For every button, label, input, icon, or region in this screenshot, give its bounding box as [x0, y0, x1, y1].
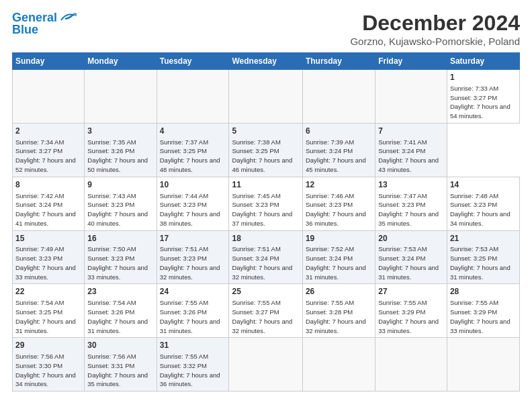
- day-number: 31: [160, 340, 226, 351]
- header-friday: Friday: [375, 53, 447, 70]
- day-number: 2: [15, 126, 81, 137]
- day-info: Sunrise: 7:51 AMSunset: 3:23 PMDaylight:…: [160, 244, 226, 281]
- day-number: 17: [160, 233, 226, 244]
- calendar-cell: 22Sunrise: 7:54 AMSunset: 3:25 PMDayligh…: [13, 284, 85, 338]
- calendar-cell: 17Sunrise: 7:51 AMSunset: 3:23 PMDayligh…: [157, 230, 229, 284]
- calendar-cell: 30Sunrise: 7:56 AMSunset: 3:31 PMDayligh…: [85, 338, 157, 392]
- day-info: Sunrise: 7:50 AMSunset: 3:23 PMDaylight:…: [87, 244, 153, 281]
- subtitle: Gorzno, Kujawsko-Pomorskie, Poland: [350, 36, 520, 47]
- calendar-cell: [229, 70, 302, 124]
- calendar-week-row: 29Sunrise: 7:56 AMSunset: 3:30 PMDayligh…: [13, 338, 520, 392]
- day-info: Sunrise: 7:53 AMSunset: 3:24 PMDaylight:…: [378, 244, 444, 281]
- calendar-cell: 7Sunrise: 7:41 AMSunset: 3:24 PMDaylight…: [375, 123, 447, 177]
- calendar-cell: [85, 70, 157, 124]
- calendar-cell: [302, 70, 375, 124]
- day-number: 25: [232, 286, 299, 298]
- calendar-cell: 26Sunrise: 7:55 AMSunset: 3:28 PMDayligh…: [302, 284, 375, 338]
- calendar-cell: 24Sunrise: 7:55 AMSunset: 3:26 PMDayligh…: [157, 284, 229, 338]
- calendar-cell: 8Sunrise: 7:42 AMSunset: 3:24 PMDaylight…: [13, 177, 85, 230]
- title-block: December 2024 Gorzno, Kujawsko-Pomorskie…: [350, 11, 520, 47]
- calendar-cell: 6Sunrise: 7:39 AMSunset: 3:24 PMDaylight…: [302, 123, 375, 177]
- calendar-cell: 31Sunrise: 7:55 AMSunset: 3:32 PMDayligh…: [157, 338, 229, 392]
- calendar-cell: [13, 70, 85, 124]
- day-info: Sunrise: 7:56 AMSunset: 3:31 PMDaylight:…: [87, 352, 153, 389]
- logo: General Blue: [12, 11, 77, 37]
- day-info: Sunrise: 7:48 AMSunset: 3:23 PMDaylight:…: [450, 191, 517, 228]
- calendar-week-row: 2Sunrise: 7:34 AMSunset: 3:27 PMDaylight…: [13, 123, 520, 177]
- day-number: 8: [15, 179, 81, 191]
- day-info: Sunrise: 7:47 AMSunset: 3:23 PMDaylight:…: [378, 191, 444, 228]
- day-number: 13: [378, 179, 444, 191]
- calendar-cell: 1Sunrise: 7:33 AMSunset: 3:27 PMDaylight…: [447, 70, 519, 124]
- day-number: 20: [378, 233, 444, 244]
- day-number: 12: [306, 179, 372, 191]
- calendar-week-row: 22Sunrise: 7:54 AMSunset: 3:25 PMDayligh…: [13, 284, 520, 338]
- day-number: 24: [160, 286, 226, 298]
- page: General Blue December 2024 Gorzno, Kujaw…: [0, 0, 532, 411]
- day-number: 16: [87, 233, 153, 244]
- day-info: Sunrise: 7:52 AMSunset: 3:24 PMDaylight:…: [306, 244, 372, 281]
- day-info: Sunrise: 7:53 AMSunset: 3:25 PMDaylight:…: [450, 244, 517, 281]
- calendar-cell: 4Sunrise: 7:37 AMSunset: 3:25 PMDaylight…: [157, 123, 229, 177]
- header-saturday: Saturday: [447, 53, 519, 70]
- day-number: 26: [306, 286, 372, 298]
- day-number: 3: [87, 126, 153, 137]
- calendar-cell: 20Sunrise: 7:53 AMSunset: 3:24 PMDayligh…: [375, 230, 447, 284]
- calendar-cell: [447, 338, 519, 392]
- day-info: Sunrise: 7:46 AMSunset: 3:23 PMDaylight:…: [306, 191, 372, 228]
- day-number: 21: [450, 233, 517, 244]
- calendar-week-row: 1Sunrise: 7:33 AMSunset: 3:27 PMDaylight…: [13, 70, 520, 124]
- day-info: Sunrise: 7:43 AMSunset: 3:23 PMDaylight:…: [87, 191, 153, 228]
- day-number: 14: [450, 179, 517, 191]
- calendar-cell: 23Sunrise: 7:54 AMSunset: 3:26 PMDayligh…: [85, 284, 157, 338]
- calendar-cell: 13Sunrise: 7:47 AMSunset: 3:23 PMDayligh…: [375, 177, 447, 230]
- day-info: Sunrise: 7:55 AMSunset: 3:29 PMDaylight:…: [378, 298, 444, 335]
- day-info: Sunrise: 7:49 AMSunset: 3:23 PMDaylight:…: [15, 244, 81, 281]
- header-tuesday: Tuesday: [157, 53, 229, 70]
- day-number: 10: [160, 179, 226, 191]
- header-monday: Monday: [85, 53, 157, 70]
- day-number: 11: [232, 179, 299, 191]
- calendar-week-row: 15Sunrise: 7:49 AMSunset: 3:23 PMDayligh…: [13, 230, 520, 284]
- day-number: 18: [232, 233, 299, 244]
- calendar-cell: 25Sunrise: 7:55 AMSunset: 3:27 PMDayligh…: [229, 284, 302, 338]
- calendar-cell: 11Sunrise: 7:45 AMSunset: 3:23 PMDayligh…: [229, 177, 302, 230]
- logo-bird-icon: [58, 11, 77, 26]
- day-info: Sunrise: 7:37 AMSunset: 3:25 PMDaylight:…: [160, 138, 226, 175]
- day-number: 1: [450, 72, 517, 83]
- day-info: Sunrise: 7:55 AMSunset: 3:28 PMDaylight:…: [306, 298, 372, 335]
- calendar-cell: 15Sunrise: 7:49 AMSunset: 3:23 PMDayligh…: [13, 230, 85, 284]
- day-info: Sunrise: 7:44 AMSunset: 3:23 PMDaylight:…: [160, 191, 226, 228]
- day-info: Sunrise: 7:51 AMSunset: 3:24 PMDaylight:…: [232, 244, 299, 281]
- calendar-cell: 28Sunrise: 7:55 AMSunset: 3:29 PMDayligh…: [447, 284, 519, 338]
- day-info: Sunrise: 7:54 AMSunset: 3:26 PMDaylight:…: [87, 298, 153, 335]
- calendar-cell: 16Sunrise: 7:50 AMSunset: 3:23 PMDayligh…: [85, 230, 157, 284]
- day-number: 4: [160, 126, 226, 137]
- calendar-cell: 21Sunrise: 7:53 AMSunset: 3:25 PMDayligh…: [447, 230, 519, 284]
- day-number: 5: [232, 126, 299, 137]
- calendar-cell: [375, 70, 447, 124]
- header: General Blue December 2024 Gorzno, Kujaw…: [12, 11, 520, 47]
- calendar-cell: [157, 70, 229, 124]
- day-number: 29: [15, 340, 81, 351]
- calendar-week-row: 8Sunrise: 7:42 AMSunset: 3:24 PMDaylight…: [13, 177, 520, 230]
- day-info: Sunrise: 7:41 AMSunset: 3:24 PMDaylight:…: [378, 138, 444, 175]
- day-number: 28: [450, 286, 517, 298]
- day-number: 7: [378, 126, 444, 137]
- day-info: Sunrise: 7:45 AMSunset: 3:23 PMDaylight:…: [232, 191, 299, 228]
- calendar-cell: [229, 338, 302, 392]
- header-sunday: Sunday: [13, 53, 85, 70]
- day-info: Sunrise: 7:55 AMSunset: 3:26 PMDaylight:…: [160, 298, 226, 335]
- main-title: December 2024: [350, 11, 520, 36]
- day-number: 23: [87, 286, 153, 298]
- day-info: Sunrise: 7:55 AMSunset: 3:27 PMDaylight:…: [232, 298, 299, 335]
- day-number: 27: [378, 286, 444, 298]
- day-number: 19: [306, 233, 372, 244]
- calendar-cell: 2Sunrise: 7:34 AMSunset: 3:27 PMDaylight…: [13, 123, 85, 177]
- day-info: Sunrise: 7:55 AMSunset: 3:29 PMDaylight:…: [450, 298, 517, 335]
- header-wednesday: Wednesday: [229, 53, 302, 70]
- calendar-cell: 12Sunrise: 7:46 AMSunset: 3:23 PMDayligh…: [302, 177, 375, 230]
- calendar-cell: [302, 338, 375, 392]
- day-number: 9: [87, 179, 153, 191]
- calendar-cell: 10Sunrise: 7:44 AMSunset: 3:23 PMDayligh…: [157, 177, 229, 230]
